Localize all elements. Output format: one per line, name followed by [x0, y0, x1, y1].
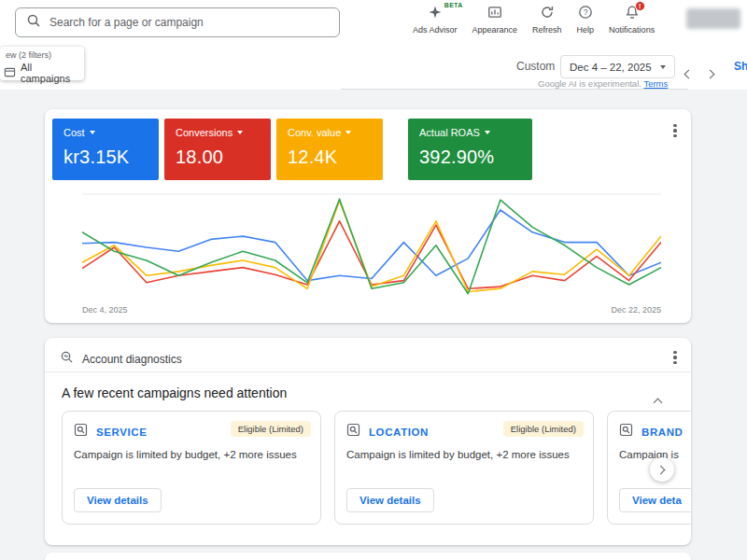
notifications-button[interactable]: ! Notifications — [609, 5, 655, 35]
metric-tile-actual-roas[interactable]: Actual ROAS 392.90% — [408, 119, 532, 180]
chevron-down-icon[interactable] — [90, 131, 95, 134]
header-divider — [341, 89, 688, 90]
campaign-type-icon — [619, 423, 633, 441]
view-details-button[interactable]: View details — [346, 488, 434, 512]
scope-all-campaigns[interactable]: All campaigns — [4, 62, 78, 84]
chevron-down-icon — [660, 65, 666, 69]
refresh-label: Refresh — [532, 25, 562, 35]
campaign-name-link[interactable]: BRAND — [641, 427, 684, 438]
campaigns-icon — [4, 66, 16, 80]
diagnostics-menu-kebab-icon[interactable] — [669, 349, 682, 366]
metric-value: 18.00 — [176, 147, 260, 168]
attention-section-title: A few recent campaigns need attention — [62, 385, 287, 400]
date-range-value: Dec 4 – 22, 2025 — [570, 62, 652, 73]
chevron-down-icon[interactable] — [485, 131, 490, 134]
metric-tile-conversions[interactable]: Conversions 18.00 — [164, 119, 271, 180]
diagnostics-title: Account diagnostics — [82, 353, 182, 366]
topbar-actions: BETA Ads Advisor Appearance — [413, 5, 655, 35]
appearance-button[interactable]: Appearance — [472, 5, 518, 35]
collapse-section-button[interactable] — [653, 391, 663, 412]
chevron-down-icon[interactable] — [237, 131, 243, 134]
view-details-button[interactable]: View details — [74, 488, 162, 512]
x-axis-end-label: Dec 22, 2025 — [611, 305, 661, 315]
scope-label: All campaigns — [21, 62, 78, 84]
metric-value: 392.90% — [419, 147, 521, 168]
refresh-button[interactable]: Refresh — [532, 5, 562, 35]
metric-value: kr3.15K — [63, 147, 148, 168]
account-diagnostics-card: Account diagnostics A few recent campaig… — [45, 338, 691, 545]
campaign-issue-text: Campaign is limited by budget, +2 more i… — [346, 449, 585, 460]
refresh-icon — [540, 5, 555, 23]
notifications-label: Notifications — [609, 25, 655, 35]
appearance-label: Appearance — [472, 25, 518, 35]
previous-period-button[interactable] — [684, 63, 694, 83]
next-section-card-edge — [45, 553, 691, 560]
campaign-name-link[interactable]: LOCATION — [369, 427, 429, 438]
ai-disclaimer-label: Google AI is experimental. — [538, 78, 641, 89]
chevron-down-icon[interactable] — [345, 131, 351, 134]
metric-tile-conv-value[interactable]: Conv. value 12.4K — [276, 119, 383, 180]
metric-tile-cost[interactable]: Cost kr3.15K — [52, 119, 159, 180]
svg-text:?: ? — [583, 7, 587, 17]
top-app-bar: BETA Ads Advisor Appearance — [0, 0, 747, 45]
ai-terms-link[interactable]: Terms — [643, 78, 668, 89]
overview-card-menu-kebab-icon[interactable] — [669, 122, 682, 139]
notification-alert-badge: ! — [635, 1, 645, 11]
metric-label: Conv. value — [288, 127, 341, 138]
trend-chart-svg — [82, 189, 661, 303]
diagnostics-divider — [45, 371, 691, 372]
ai-disclaimer-text: Google AI is experimental. Terms — [538, 78, 668, 89]
diagnostics-icon — [60, 350, 74, 368]
metric-label: Actual ROAS — [419, 127, 480, 138]
show-link-truncated[interactable]: Sh — [734, 60, 747, 73]
carousel-next-button[interactable] — [650, 457, 674, 482]
date-range-picker[interactable]: Dec 4 – 22, 2025 — [560, 55, 675, 78]
campaign-card-brand[interactable]: BRAND Campaign is View deta — [607, 411, 691, 525]
search-icon — [26, 13, 41, 32]
view-details-button[interactable]: View deta — [619, 488, 691, 512]
appearance-icon — [487, 5, 502, 23]
x-axis-start-label: Dec 4, 2025 — [82, 305, 128, 315]
filter-scope-popup[interactable]: ew (2 filters) All campaigns — [0, 47, 84, 80]
account-info-redacted[interactable] — [686, 8, 740, 29]
metric-label: Conversions — [176, 127, 233, 138]
campaign-issue-text: Campaign is limited by budget, +2 more i… — [74, 449, 313, 460]
metric-label: Cost — [63, 127, 85, 138]
campaign-card-service[interactable]: SERVICE Eligible (Limited) Campaign is l… — [62, 411, 321, 525]
ads-advisor-label: Ads Advisor — [413, 25, 458, 35]
google-ads-dashboard: BETA Ads Advisor Appearance — [0, 0, 747, 560]
help-label: Help — [577, 25, 595, 35]
chevron-right-icon — [656, 465, 666, 474]
ads-advisor-button[interactable]: BETA Ads Advisor — [413, 5, 458, 35]
chart-x-axis: Dec 4, 2025 Dec 22, 2025 — [82, 305, 661, 315]
date-range-type-label: Custom — [516, 60, 555, 73]
next-period-button[interactable] — [705, 63, 715, 83]
help-icon: ? — [578, 5, 593, 23]
metric-value: 12.4K — [288, 147, 372, 168]
campaign-type-icon — [74, 423, 88, 441]
performance-trend-chart[interactable] — [82, 189, 661, 303]
search-box[interactable] — [15, 7, 340, 37]
campaign-status-badge: Eligible (Limited) — [231, 421, 311, 437]
filters-count-text: ew (2 filters) — [4, 50, 78, 60]
campaign-name-link[interactable]: SERVICE — [96, 427, 147, 438]
campaign-type-icon — [346, 423, 360, 441]
search-input[interactable] — [49, 16, 329, 29]
overview-chart-card: Cost kr3.15K Conversions 18.00 Conv. val… — [45, 109, 691, 323]
campaign-card-location[interactable]: LOCATION Eligible (Limited) Campaign is … — [334, 411, 594, 525]
ads-advisor-icon — [428, 5, 443, 23]
beta-badge: BETA — [444, 2, 463, 8]
help-button[interactable]: ? Help — [577, 5, 595, 35]
campaign-status-badge: Eligible (Limited) — [503, 421, 584, 437]
chevron-up-icon — [654, 399, 663, 408]
campaign-cards-row: SERVICE Eligible (Limited) Campaign is l… — [62, 411, 691, 525]
